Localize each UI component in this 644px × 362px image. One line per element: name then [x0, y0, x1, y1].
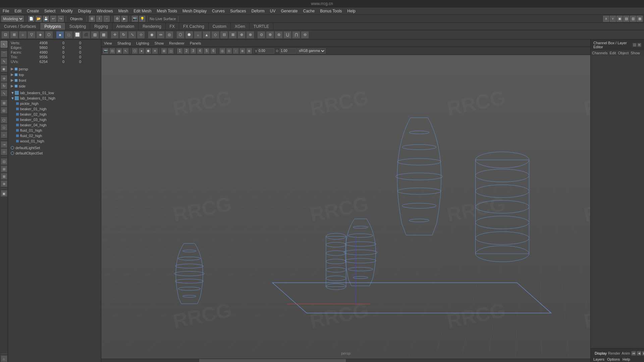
open-scene-icon[interactable]: 📂	[36, 16, 42, 22]
move-tool-icon[interactable]: ✛	[111, 31, 119, 39]
menu-edit[interactable]: Edit	[12, 8, 24, 14]
vp-show-menu[interactable]: Show	[152, 41, 167, 46]
vp-crease-icon[interactable]: ⊕	[246, 48, 252, 54]
vp-view-menu[interactable]: View	[101, 41, 115, 46]
lasso-tool-icon[interactable]: ⌒	[1, 51, 7, 57]
vp-shading-menu[interactable]: Shading	[115, 41, 133, 46]
boolean-union-icon[interactable]: ⋃	[283, 31, 291, 39]
merge-icon[interactable]: ⊕	[237, 31, 246, 39]
vp-persp-icon[interactable]: ⊡	[109, 48, 115, 54]
select-paint-icon[interactable]: ◈	[36, 31, 44, 39]
vp-normal-icon[interactable]: ↑	[233, 48, 239, 54]
layer-tab-anim[interactable]: Anim	[622, 351, 630, 355]
outliner-beaker04[interactable]: beaker_04_high	[8, 122, 101, 128]
render-icon[interactable]: ▶	[121, 16, 127, 22]
tab-custom[interactable]: Custom	[209, 23, 231, 30]
h-scrollbar[interactable]	[101, 359, 590, 362]
tab-curves-surfaces[interactable]: Curves / Surfaces	[0, 23, 40, 30]
outliner-wood01[interactable]: wood_01_high	[8, 138, 101, 144]
menu-cache[interactable]: Cache	[300, 8, 317, 14]
vp-5-icon[interactable]: 5	[204, 48, 210, 54]
poly-separate-icon[interactable]: ⊜	[275, 31, 283, 39]
cb-show[interactable]: Show	[631, 51, 640, 55]
layer-nav-prev[interactable]: ◀	[637, 351, 641, 356]
channel-box-close-icon[interactable]: ✕	[637, 43, 641, 47]
vp-smooth-icon[interactable]: ●	[139, 48, 145, 54]
vp-uvdistort-icon[interactable]: ⊗	[239, 48, 246, 54]
outliner-fluid02[interactable]: fluid_02_high	[8, 133, 101, 138]
append-poly-icon[interactable]: ▲	[203, 31, 211, 39]
outliner-side[interactable]: ▶ side	[8, 83, 101, 89]
vp-grid-icon[interactable]: ⊞	[161, 48, 167, 54]
vp-xray-icon[interactable]: ⊙	[226, 48, 232, 54]
display-mode-4[interactable]: ⬛	[82, 31, 90, 39]
layer-subtab-options[interactable]: Options	[607, 357, 620, 361]
menu-generate[interactable]: Generate	[278, 8, 300, 14]
symmetry-icon[interactable]: ⇔	[157, 31, 165, 39]
vp-select-icon[interactable]: ↖	[123, 48, 129, 54]
menu-bonus-tools[interactable]: Bonus Tools	[317, 8, 344, 14]
move-icon[interactable]: ✛	[1, 75, 7, 82]
snap-curve-icon[interactable]: ⌇	[96, 16, 102, 22]
vp-1-icon[interactable]: 1	[177, 48, 183, 54]
display-mode-1[interactable]: ■	[56, 31, 64, 39]
display-mode-6[interactable]: ▩	[100, 31, 108, 39]
create-cv-icon[interactable]: ◇	[1, 124, 7, 131]
select-tool-icon[interactable]: ↖	[1, 41, 7, 48]
outliner-beaker01[interactable]: beaker_01_high	[8, 106, 101, 112]
scale-tool-icon[interactable]: ⤡	[128, 31, 136, 39]
vp-render-icon[interactable]: ▣	[116, 48, 122, 54]
menu-mesh-display[interactable]: Mesh Display	[180, 8, 209, 14]
outliner-default-light-set[interactable]: defaultLightSet	[8, 145, 101, 150]
paint-tool-icon[interactable]: ✎	[1, 58, 7, 65]
tab-rigging[interactable]: Rigging	[90, 23, 112, 30]
view-layout-4[interactable]: ▦	[637, 16, 643, 22]
menu-windows[interactable]: Windows	[94, 8, 116, 14]
outliner-top[interactable]: ▶ top	[8, 72, 101, 77]
menu-help[interactable]: Help	[344, 8, 358, 14]
tab-polygons[interactable]: Polygons	[40, 23, 65, 30]
undo-icon[interactable]: ↩	[50, 16, 56, 22]
tab-animation[interactable]: Animation	[112, 23, 139, 30]
view-layout-2[interactable]: ▤	[623, 16, 629, 22]
vp-renderer-menu[interactable]: Renderer	[166, 41, 187, 46]
bevel-icon[interactable]: ⬢	[185, 31, 193, 39]
boolean-diff-icon[interactable]: ⋂	[292, 31, 300, 39]
outliner-beaker02[interactable]: beaker_02_high	[8, 112, 101, 117]
wire-icon[interactable]: ⊠	[1, 173, 7, 180]
joint-icon[interactable]: ⊹	[1, 148, 7, 155]
outliner-default-object-set[interactable]: defaultObjectSet	[8, 150, 101, 156]
select-all-icon[interactable]: ⊡	[1, 31, 9, 39]
select-component-icon[interactable]: ▽	[28, 31, 36, 39]
new-scene-icon[interactable]: 📄	[28, 16, 34, 22]
display-mode-2[interactable]: □	[65, 31, 73, 39]
tab-sculpting[interactable]: Sculpting	[65, 23, 90, 30]
save-scene-icon[interactable]: 💾	[43, 16, 49, 22]
render-region-icon[interactable]: ▣	[1, 190, 7, 197]
outliner-lab-beakers-high[interactable]: ▼ lab_beakers_01_high	[8, 96, 101, 101]
layer-tab-render[interactable]: Render	[608, 351, 620, 355]
snap-icon[interactable]: ⊞	[1, 100, 7, 106]
menu-display[interactable]: Display	[75, 8, 94, 14]
light-icon[interactable]: 💡	[139, 16, 145, 22]
channel-box-expand-icon[interactable]: □	[633, 43, 637, 47]
outliner-front[interactable]: ▶ front	[8, 77, 101, 83]
create-nurbs-icon[interactable]: ○	[1, 131, 7, 138]
render-settings-icon[interactable]: ⚙	[114, 16, 120, 22]
viewport-canvas[interactable]: persp	[101, 55, 590, 359]
menu-create[interactable]: Create	[24, 8, 42, 14]
vp-3-icon[interactable]: 3	[190, 48, 196, 54]
insert-edge-icon[interactable]: ⊟	[220, 31, 228, 39]
vp-wireframe-icon[interactable]: ⬡	[132, 48, 138, 54]
outliner-pickle[interactable]: pickle_high	[8, 101, 101, 106]
soft-mod-icon[interactable]: ◎	[1, 107, 7, 114]
outliner-persp[interactable]: ▶ persp	[8, 66, 101, 72]
cluster-icon[interactable]: ⊡	[1, 158, 7, 165]
gamma-input[interactable]	[258, 48, 274, 54]
select-object-icon[interactable]: ○	[19, 31, 27, 39]
snap-point-icon[interactable]: ◦	[104, 16, 110, 22]
cb-channels[interactable]: Channels	[592, 51, 607, 55]
menu-surfaces[interactable]: Surfaces	[227, 8, 249, 14]
vp-image-plane-icon[interactable]: ◻	[168, 48, 174, 54]
layer-subtab-help[interactable]: Help	[623, 357, 630, 361]
